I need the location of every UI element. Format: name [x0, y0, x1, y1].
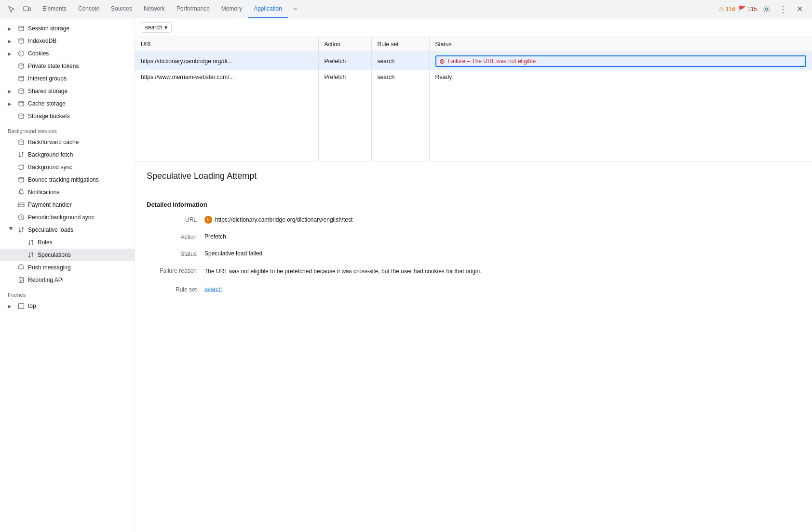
close-button[interactable]: ✕	[793, 2, 806, 16]
failure-status-badge: ⊗ Failure – The URL was not eligible	[435, 55, 807, 67]
cylinder-icon	[17, 25, 25, 32]
table-header-row: URL Action Rule set Status	[135, 37, 812, 52]
sidebar-item-reporting-api[interactable]: ▶ Reporting API	[0, 274, 135, 286]
sidebar-label-speculative-loads: Speculative loads	[28, 226, 73, 233]
cursor-icon[interactable]	[5, 2, 18, 16]
section-frames: Frames	[0, 286, 135, 300]
clock-icon	[17, 213, 25, 221]
cell-status-ready: Ready	[429, 70, 812, 84]
error-badge[interactable]: 🚩 115	[738, 5, 757, 13]
bell-icon	[17, 188, 25, 196]
sidebar-label-reporting-api: Reporting API	[28, 277, 64, 283]
sidebar-label-indexeddb: IndexedDB	[28, 38, 56, 44]
failure-text: Failure – The URL was not eligible	[448, 58, 536, 65]
svg-rect-0	[24, 7, 28, 11]
cell-action: Prefetch	[318, 70, 371, 84]
sidebar-item-storage-buckets[interactable]: ▶ Storage buckets	[0, 110, 135, 122]
chevron-down-icon: ▶	[9, 226, 14, 233]
sidebar-item-interest-groups[interactable]: ▶ Interest groups	[0, 72, 135, 85]
detail-value-status: Speculative load failed.	[204, 250, 800, 257]
sidebar-item-periodic-background-sync[interactable]: ▶ Periodic background sync	[0, 211, 135, 224]
sidebar-item-background-fetch[interactable]: ▶ Background fetch	[0, 148, 135, 161]
sidebar-item-backforward-cache[interactable]: ▶ Back/forward cache	[0, 136, 135, 148]
detail-value-failure-reason: The URL was not eligible to be prefetche…	[204, 267, 542, 276]
svg-rect-1	[29, 8, 30, 11]
card-icon	[17, 201, 25, 209]
sidebar-item-cookies[interactable]: ▶ Cookies	[0, 47, 135, 60]
error-circle-icon: ⊗	[439, 57, 445, 65]
tab-memory[interactable]: Memory	[216, 0, 248, 18]
ruleset-link[interactable]: search	[204, 286, 222, 293]
detail-section-title: Detailed information	[147, 201, 800, 208]
svg-rect-19	[19, 304, 24, 309]
sidebar: ▶ Session storage ▶ IndexedDB ▶ Cookies …	[0, 18, 135, 532]
sidebar-label-private-state-tokens: Private state tokens	[28, 63, 79, 69]
sidebar-item-cache-storage[interactable]: ▶ Cache storage	[0, 97, 135, 110]
svg-point-4	[19, 39, 24, 40]
tab-more[interactable]: »	[288, 0, 303, 18]
content-area: search ▾ URL Action Rule set Status	[135, 18, 812, 532]
tab-sources[interactable]: Sources	[105, 0, 138, 18]
device-icon[interactable]	[20, 2, 34, 16]
sidebar-item-top[interactable]: ▶ top	[0, 300, 135, 312]
chevron-right-icon: ▶	[8, 101, 14, 106]
sidebar-item-payment-handler[interactable]: ▶ Payment handler	[0, 199, 135, 211]
chevron-right-icon: ▶	[8, 51, 14, 56]
cell-url: https://www.merriam-webster.com/...	[135, 70, 318, 84]
tab-console[interactable]: Console	[72, 0, 105, 18]
svg-point-13	[19, 114, 24, 115]
sidebar-item-session-storage[interactable]: ▶ Session storage	[0, 22, 135, 35]
sidebar-item-speculations[interactable]: ▶ Speculations	[0, 249, 135, 261]
detail-title: Speculative Loading Attempt	[147, 171, 800, 181]
tab-elements[interactable]: Elements	[37, 0, 72, 18]
cloud-icon	[17, 264, 25, 271]
sidebar-label-cache-storage: Cache storage	[28, 100, 66, 107]
sidebar-item-private-state-tokens[interactable]: ▶ Private state tokens	[0, 60, 135, 72]
action-text: Prefetch	[204, 233, 226, 240]
arrow-down-up-icon	[17, 151, 25, 159]
status-text: Speculative load failed.	[204, 250, 264, 257]
filter-dropdown[interactable]: search ▾	[141, 22, 172, 33]
warning-count: 116	[726, 6, 735, 13]
detail-panel: Speculative Loading Attempt Detailed inf…	[135, 161, 812, 532]
sidebar-item-indexeddb[interactable]: ▶ IndexedDB	[0, 35, 135, 47]
tab-performance[interactable]: Performance	[171, 0, 216, 18]
chevron-right-icon: ▶	[8, 26, 14, 31]
arrow-down-up-icon	[27, 251, 35, 259]
table-row[interactable]: https://www.merriam-webster.com/... Pref…	[135, 70, 812, 84]
svg-point-7	[22, 52, 23, 53]
detail-row-status: Status Speculative load failed.	[147, 250, 800, 257]
sidebar-label-periodic-background-sync: Periodic background sync	[28, 214, 94, 221]
col-ruleset: Rule set	[371, 37, 429, 52]
detail-row-action: Action Prefetch	[147, 233, 800, 240]
sidebar-item-notifications[interactable]: ▶ Notifications	[0, 186, 135, 199]
detail-row-failure-reason: Failure reason The URL was not eligible …	[147, 267, 800, 276]
svg-point-10	[19, 76, 24, 78]
detail-label-action: Action	[147, 233, 204, 240]
more-options-button[interactable]: ⋮	[776, 2, 790, 16]
sidebar-item-shared-storage[interactable]: ▶ Shared storage	[0, 85, 135, 97]
tab-network[interactable]: Network	[138, 0, 171, 18]
frame-icon	[17, 302, 25, 310]
settings-button[interactable]	[760, 2, 773, 16]
dropdown-arrow-icon: ▾	[164, 24, 167, 31]
table-row[interactable]: https://dictionary.cambridge.org/di... P…	[135, 52, 812, 71]
warning-badge[interactable]: ⚠ 116	[718, 5, 735, 13]
sidebar-item-push-messaging[interactable]: ▶ Push messaging	[0, 261, 135, 274]
cell-ruleset: search	[371, 52, 429, 71]
svg-point-8	[20, 54, 21, 55]
sync-icon	[17, 163, 25, 171]
sidebar-item-speculative-loads[interactable]: ▶ Speculative loads	[0, 224, 135, 236]
table-row-empty	[135, 146, 812, 161]
svg-point-15	[19, 177, 24, 179]
sidebar-item-background-sync[interactable]: ▶ Background sync	[0, 161, 135, 173]
sidebar-label-background-sync: Background sync	[28, 164, 72, 171]
cylinder-icon	[17, 112, 25, 120]
sidebar-item-rules[interactable]: ▶ Rules	[0, 236, 135, 249]
tab-application[interactable]: Application	[248, 0, 288, 18]
table-row-empty	[135, 84, 812, 99]
cell-action: Prefetch	[318, 52, 371, 71]
error-flag-icon: 🚩	[738, 5, 746, 13]
sidebar-item-bounce-tracking[interactable]: ▶ Bounce tracking mitigations	[0, 173, 135, 186]
detail-row-url: URL ↻ https://dictionary.cambridge.org/d…	[147, 216, 800, 224]
